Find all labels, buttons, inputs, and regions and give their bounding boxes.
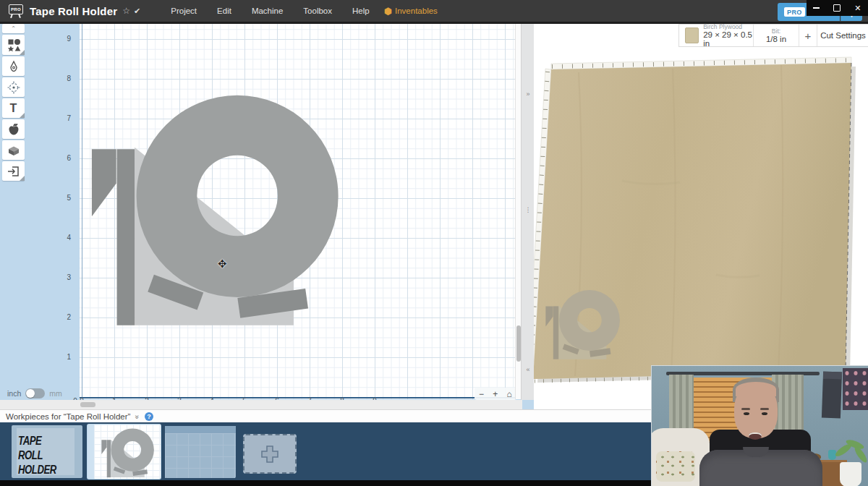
project-title[interactable]: Tape Roll Holder <box>30 5 117 17</box>
favorite-star-icon[interactable]: ☆ <box>122 6 130 16</box>
inventables-brand[interactable]: ⬢ Inventables <box>384 6 438 17</box>
divider-expand-icon[interactable]: » <box>522 90 535 98</box>
tape-roll-design[interactable] <box>80 24 515 399</box>
material-box-icon <box>6 143 22 158</box>
workpiece-thumb-design-selected[interactable] <box>88 425 161 479</box>
presenter-webcam <box>651 365 868 486</box>
window-controls-overlay: ✕ <box>807 0 868 16</box>
material-swatch <box>685 27 699 43</box>
eyebrow <box>760 408 769 410</box>
workpiece-thumbnail-strip: TAPE ROLL HOLDER <box>0 422 651 480</box>
panel-divider[interactable]: » ⋮ « <box>521 24 535 400</box>
apple-icon <box>7 122 21 137</box>
minimize-icon[interactable] <box>813 7 820 9</box>
wall-art <box>822 372 842 419</box>
origin-crosshair-icon <box>7 80 21 95</box>
move-cursor-icon: ✥ <box>218 257 227 270</box>
units-inch-label: inch <box>7 389 21 398</box>
material-name: Birch Plywood <box>703 24 753 30</box>
cover-title-line1: TAPE ROLL <box>18 435 43 461</box>
units-toggle[interactable] <box>25 388 45 398</box>
shapes-icon <box>7 38 21 52</box>
easel-leg <box>10 14 12 18</box>
eye <box>762 412 767 415</box>
bit-selector[interactable]: Bit: 1/8 in <box>754 25 799 46</box>
add-workpiece-button[interactable] <box>243 434 297 474</box>
wall-art <box>843 368 868 410</box>
y-tick: 2 <box>59 313 71 321</box>
set-origin-tool-button[interactable] <box>2 77 25 97</box>
saved-check-icon: ✔ <box>134 7 140 16</box>
y-tick: 7 <box>59 114 71 122</box>
units-mm-label: mm <box>49 389 62 398</box>
eye <box>744 412 749 415</box>
divider-grip-icon[interactable]: ⋮ <box>522 206 535 213</box>
bit-value: 1/8 in <box>766 35 786 43</box>
material-settings-bar: Birch Plywood 29 × 29 × 0.5 in Bit: 1/8 … <box>678 24 868 47</box>
material-selector[interactable]: Birch Plywood 29 × 29 × 0.5 in <box>679 25 754 46</box>
material-size: 29 × 29 × 0.5 in <box>703 30 753 48</box>
text-tool-icon: T <box>10 102 17 115</box>
workpieces-collapse-icon[interactable]: » <box>134 414 142 419</box>
cover-title-line2: HOLDER <box>18 464 56 476</box>
y-tick: 6 <box>59 154 71 162</box>
plant-pot <box>840 462 861 486</box>
restore-icon[interactable] <box>833 4 841 12</box>
toggle-knob[interactable] <box>26 389 35 398</box>
app-titlebar: PRO Tape Roll Holder ☆ ✔ Project Edit Ma… <box>0 0 868 24</box>
thumb-design-preview <box>94 426 161 478</box>
easel-pro-logo-icon[interactable]: PRO <box>8 4 24 18</box>
material-tool-button[interactable] <box>2 140 25 160</box>
bit-label: Bit: <box>772 28 780 35</box>
add-bit-button[interactable]: + <box>799 25 817 46</box>
menu-help[interactable]: Help <box>342 0 380 22</box>
divider-collapse-icon[interactable]: « <box>522 366 535 373</box>
thumb-toolbar-band <box>165 426 236 433</box>
wood-sheet-preview <box>534 24 868 422</box>
import-icon <box>7 164 21 179</box>
y-tick: 4 <box>59 234 71 242</box>
easel-app-window: 0 0 1 2 3 4 5 6 7 8 9 1 2 3 4 5 6 7 8 9 … <box>0 0 868 486</box>
canvas-zoom-controls: − + ⌂ <box>475 388 516 400</box>
menu-machine[interactable]: Machine <box>242 0 293 22</box>
workpieces-bar: Workpieces for “Tape Roll Holder” » ? <box>0 409 651 423</box>
menu-project[interactable]: Project <box>161 0 207 22</box>
sidebar-collapse-button[interactable]: ⌃ <box>2 24 25 33</box>
y-axis-line <box>82 24 82 397</box>
import-tool-button[interactable] <box>2 161 25 181</box>
shapes-tool-button[interactable] <box>2 35 25 55</box>
floral-pillow <box>656 451 695 482</box>
cut-settings-button[interactable]: Cut Settings <box>817 25 868 46</box>
design-library-button[interactable] <box>2 119 25 139</box>
workpiece-thumb-blank[interactable] <box>165 426 236 478</box>
zoom-out-button[interactable]: − <box>479 390 484 398</box>
thumb-grid <box>165 433 236 478</box>
bottom-letterbox <box>0 480 651 486</box>
preview-3d-panel[interactable] <box>534 24 868 422</box>
inventables-hexagon-icon: ⬢ <box>384 6 392 17</box>
eyebrow <box>741 408 750 410</box>
zoom-home-button[interactable]: ⌂ <box>507 390 512 398</box>
menu-edit[interactable]: Edit <box>207 0 242 22</box>
y-tick: 9 <box>59 35 71 43</box>
zoom-in-button[interactable]: + <box>493 390 498 398</box>
menu-toolbox[interactable]: Toolbox <box>293 0 342 22</box>
canvas-horizontal-scrollbar[interactable] <box>0 400 522 409</box>
plus-icon <box>259 443 281 465</box>
thumb-ruler-strip <box>88 425 94 479</box>
units-toggle-group: inch mm <box>7 388 62 398</box>
text-tool-button[interactable]: T <box>2 98 25 118</box>
design-canvas[interactable] <box>80 24 515 399</box>
pen-tool-button[interactable] <box>2 56 25 76</box>
mouth <box>749 432 762 440</box>
help-icon[interactable]: ? <box>145 412 153 421</box>
presenter-face <box>734 383 778 438</box>
pen-icon <box>7 60 20 73</box>
inventables-label: Inventables <box>395 7 438 15</box>
h-scroll-thumb[interactable] <box>80 402 95 407</box>
menu-bar: Project Edit Machine Toolbox Help <box>161 0 379 22</box>
workpiece-thumb-cover[interactable]: TAPE ROLL HOLDER <box>12 425 82 478</box>
y-tick: 3 <box>59 273 71 281</box>
close-icon[interactable]: ✕ <box>854 4 861 12</box>
y-tick: 8 <box>59 74 71 82</box>
